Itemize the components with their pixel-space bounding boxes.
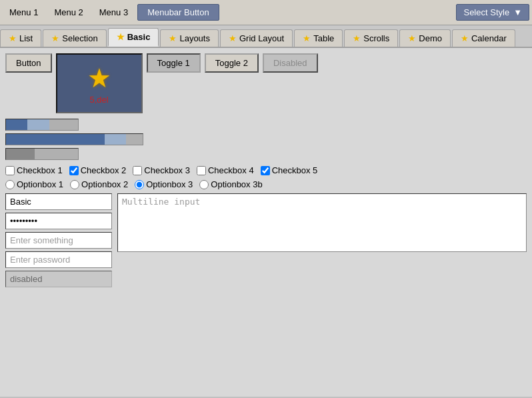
tab-star-icon: ★ — [303, 33, 311, 43]
tab-layouts-label: Layouts — [179, 33, 210, 43]
progress-bar-2[interactable] — [5, 133, 143, 145]
multiline-textarea[interactable] — [117, 193, 527, 252]
optionbox-3-label: Optionbox 3 — [146, 179, 193, 189]
menubar-button[interactable]: Menubar Button — [137, 4, 219, 21]
tab-star-icon: ★ — [408, 33, 416, 43]
text-input[interactable] — [5, 193, 112, 210]
normal-button[interactable]: Button — [5, 53, 52, 73]
enter-password-input[interactable] — [5, 251, 112, 268]
tab-star-icon: ★ — [461, 33, 469, 43]
tab-scrolls[interactable]: ★ Scrolls — [344, 29, 398, 47]
menu-1[interactable]: Menu 1 — [3, 5, 45, 20]
optionbox-1[interactable] — [5, 180, 15, 189]
optionbox-2-label: Optionbox 2 — [81, 179, 128, 189]
tab-selection-label: Selection — [62, 33, 97, 43]
inputs-left: disabled — [5, 193, 112, 287]
optionbox-1-label: Optionbox 1 — [17, 179, 63, 189]
optionbox-2-item[interactable]: Optionbox 2 — [70, 179, 128, 189]
tab-table[interactable]: ★ Table — [294, 29, 343, 47]
menu-3[interactable]: Menu 3 — [93, 5, 135, 20]
tab-star-icon: ★ — [229, 33, 237, 43]
optionbox-row: Optionbox 1 Optionbox 2 Optionbox 3 Opti… — [5, 179, 527, 189]
optionbox-1-item[interactable]: Optionbox 1 — [5, 179, 63, 189]
checkbox-5-item[interactable]: Checkbox 5 — [261, 165, 318, 175]
image-button[interactable]: ★ 5,del — [56, 53, 143, 113]
checkbox-3[interactable] — [133, 166, 142, 175]
checkbox-2[interactable] — [69, 166, 79, 175]
tab-star-icon: ★ — [117, 32, 125, 42]
checkbox-1-item[interactable]: Checkbox 1 — [5, 165, 63, 175]
toggle-1-button[interactable]: Toggle 1 — [147, 53, 201, 73]
inputs-section: disabled — [5, 193, 527, 287]
tab-calendar[interactable]: ★ Calendar — [452, 29, 515, 47]
menubar: Menu 1 Menu 2 Menu 3 Menubar Button Sele… — [0, 0, 532, 25]
image-label: 5,del — [89, 95, 108, 105]
tab-star-icon: ★ — [9, 33, 17, 43]
disabled-button: Disabled — [263, 53, 318, 73]
tab-basic[interactable]: ★ Basic — [108, 28, 159, 47]
checkbox-3-item[interactable]: Checkbox 3 — [133, 165, 190, 175]
tab-demo-label: Demo — [419, 33, 442, 43]
checkbox-4-item[interactable]: Checkbox 4 — [197, 165, 254, 175]
progress-bar-1-fill — [6, 119, 78, 130]
tabbar: ★ List ★ Selection ★ Basic ★ Layouts ★ G… — [0, 25, 532, 48]
tab-selection[interactable]: ★ Selection — [43, 29, 106, 47]
tab-star-icon: ★ — [169, 33, 177, 43]
optionbox-3-item[interactable]: Optionbox 3 — [135, 179, 193, 189]
progress-seg-2b — [105, 134, 127, 145]
checkbox-2-item[interactable]: Checkbox 2 — [69, 165, 127, 175]
tab-layouts[interactable]: ★ Layouts — [160, 29, 219, 47]
main-content: Button ★ 5,del Toggle 1 Toggle 2 Disable… — [0, 48, 532, 397]
tab-list-label: List — [19, 33, 33, 43]
optionbox-2[interactable] — [70, 180, 79, 189]
placeholder-input[interactable] — [5, 232, 112, 249]
progress-seg-1b — [27, 119, 49, 130]
checkbox-row: Checkbox 1 Checkbox 2 Checkbox 3 Checkbo… — [5, 165, 527, 175]
progress-bar-3[interactable] — [5, 148, 79, 160]
progress-seg-1a — [6, 119, 27, 130]
tab-grid-layout[interactable]: ★ Grid Layout — [220, 29, 293, 47]
checkbox-3-label: Checkbox 3 — [144, 165, 190, 175]
tab-calendar-label: Calendar — [471, 33, 507, 43]
progress-seg-2a — [6, 134, 105, 145]
progress-bar-3-fill — [6, 149, 35, 159]
tab-demo[interactable]: ★ Demo — [399, 29, 451, 47]
checkbox-4-label: Checkbox 4 — [208, 165, 254, 175]
tab-basic-label: Basic — [127, 32, 151, 42]
checkbox-1[interactable] — [5, 166, 15, 175]
progress-bar-2-fill — [6, 134, 143, 145]
toggle-2-button[interactable]: Toggle 2 — [205, 53, 259, 73]
checkbox-2-label: Checkbox 2 — [81, 165, 127, 175]
progress-bar-1[interactable] — [5, 119, 79, 131]
tab-star-icon: ★ — [51, 33, 59, 43]
tab-table-label: Table — [313, 33, 334, 43]
optionbox-3b-label: Optionbox 3b — [211, 179, 262, 189]
checkbox-5[interactable] — [261, 166, 270, 175]
optionbox-3[interactable] — [135, 180, 144, 189]
menu-2[interactable]: Menu 2 — [47, 5, 89, 20]
tab-grid-layout-label: Grid Layout — [239, 33, 284, 43]
dropdown-arrow-icon: ▼ — [513, 7, 522, 17]
checkbox-4[interactable] — [197, 166, 206, 175]
checkbox-5-label: Checkbox 5 — [272, 165, 318, 175]
select-style-button[interactable]: Select Style ▼ — [456, 4, 529, 21]
progress-section — [5, 119, 527, 160]
tab-scrolls-label: Scrolls — [363, 33, 389, 43]
optionbox-3b[interactable] — [199, 180, 209, 189]
checkbox-1-label: Checkbox 1 — [17, 165, 63, 175]
button-row: Button ★ 5,del Toggle 1 Toggle 2 Disable… — [5, 53, 527, 113]
optionbox-3b-item[interactable]: Optionbox 3b — [199, 179, 262, 189]
star-big-icon: ★ — [87, 63, 111, 93]
select-style-label: Select Style — [463, 7, 509, 17]
tab-star-icon: ★ — [353, 33, 361, 43]
tab-list[interactable]: ★ List — [0, 29, 41, 47]
password-input[interactable] — [5, 213, 112, 229]
disabled-input: disabled — [5, 271, 112, 287]
